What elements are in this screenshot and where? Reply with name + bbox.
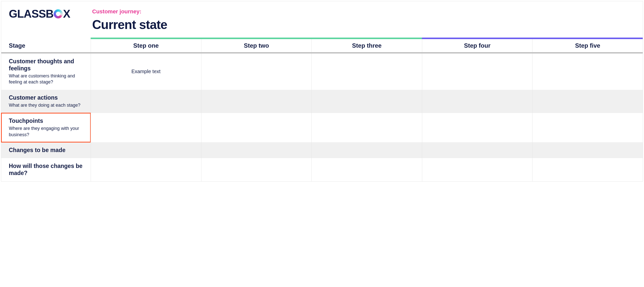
cell[interactable] bbox=[532, 53, 643, 90]
table-row: How will those changes be made? bbox=[1, 158, 643, 181]
cell[interactable] bbox=[311, 158, 422, 181]
row-description: Where are they engaging with your busine… bbox=[9, 125, 85, 138]
cell[interactable] bbox=[201, 90, 312, 113]
step-header-1: Step one bbox=[91, 39, 201, 52]
row-title: Touchpoints bbox=[9, 118, 85, 125]
cell[interactable] bbox=[91, 90, 201, 113]
row-title: Customer actions bbox=[9, 94, 85, 101]
title-block: Customer journey: Current state bbox=[91, 8, 643, 32]
stage-column-header: Stage bbox=[1, 39, 91, 52]
step-header-2: Step two bbox=[201, 39, 312, 52]
row-header: Customer actionsWhat are they doing at e… bbox=[1, 90, 91, 113]
cell[interactable] bbox=[201, 142, 312, 158]
cell[interactable] bbox=[532, 142, 643, 158]
step-header-3: Step three bbox=[311, 39, 422, 52]
row-title: Customer thoughts and feelings bbox=[9, 58, 85, 72]
journey-map: GLASSB X Customer journey: Current state… bbox=[1, 1, 643, 182]
step-header-row: Stage Step one Step two Step three Step … bbox=[1, 39, 643, 52]
rows: Customer thoughts and feelingsWhat are c… bbox=[1, 53, 643, 181]
cell[interactable] bbox=[201, 53, 312, 90]
row-description: What are customers thinking and feeling … bbox=[9, 73, 85, 85]
row-title: Changes to be made bbox=[9, 147, 85, 154]
brand-logo: GLASSB X bbox=[1, 8, 91, 32]
cell[interactable] bbox=[201, 158, 312, 181]
table-row: Changes to be made bbox=[1, 142, 643, 158]
cell[interactable] bbox=[91, 142, 201, 158]
cell[interactable] bbox=[532, 90, 643, 113]
step-header-4: Step four bbox=[422, 39, 532, 52]
cell[interactable] bbox=[422, 158, 532, 181]
cell[interactable] bbox=[91, 158, 201, 181]
brand-ring-icon bbox=[54, 9, 63, 18]
cell[interactable] bbox=[311, 113, 422, 142]
cell[interactable] bbox=[91, 113, 201, 142]
brand-text-left: GLASSB bbox=[9, 8, 53, 19]
cell[interactable] bbox=[422, 53, 532, 90]
cell[interactable] bbox=[422, 113, 532, 142]
cell[interactable]: Example text bbox=[91, 53, 201, 90]
table-row: Customer thoughts and feelingsWhat are c… bbox=[1, 53, 643, 90]
brand-text-right: X bbox=[63, 8, 70, 19]
table-row: Customer actionsWhat are they doing at e… bbox=[1, 90, 643, 113]
subtitle: Customer journey: bbox=[92, 8, 643, 15]
header: GLASSB X Customer journey: Current state bbox=[1, 1, 643, 32]
cell[interactable] bbox=[201, 113, 312, 142]
cell[interactable] bbox=[311, 53, 422, 90]
row-description: What are they doing at each stage? bbox=[9, 102, 85, 108]
row-header: TouchpointsWhere are they engaging with … bbox=[1, 113, 91, 142]
cell[interactable] bbox=[422, 142, 532, 158]
cell[interactable] bbox=[311, 142, 422, 158]
cell[interactable] bbox=[311, 90, 422, 113]
row-header: How will those changes be made? bbox=[1, 158, 91, 181]
cell[interactable] bbox=[532, 158, 643, 181]
page-title: Current state bbox=[92, 17, 643, 32]
cell[interactable] bbox=[532, 113, 643, 142]
row-header: Changes to be made bbox=[1, 142, 91, 158]
cell[interactable] bbox=[422, 90, 532, 113]
row-header: Customer thoughts and feelingsWhat are c… bbox=[1, 53, 91, 90]
table-row: TouchpointsWhere are they engaging with … bbox=[1, 113, 643, 142]
row-title: How will those changes be made? bbox=[9, 163, 85, 177]
step-header-5: Step five bbox=[532, 39, 643, 52]
